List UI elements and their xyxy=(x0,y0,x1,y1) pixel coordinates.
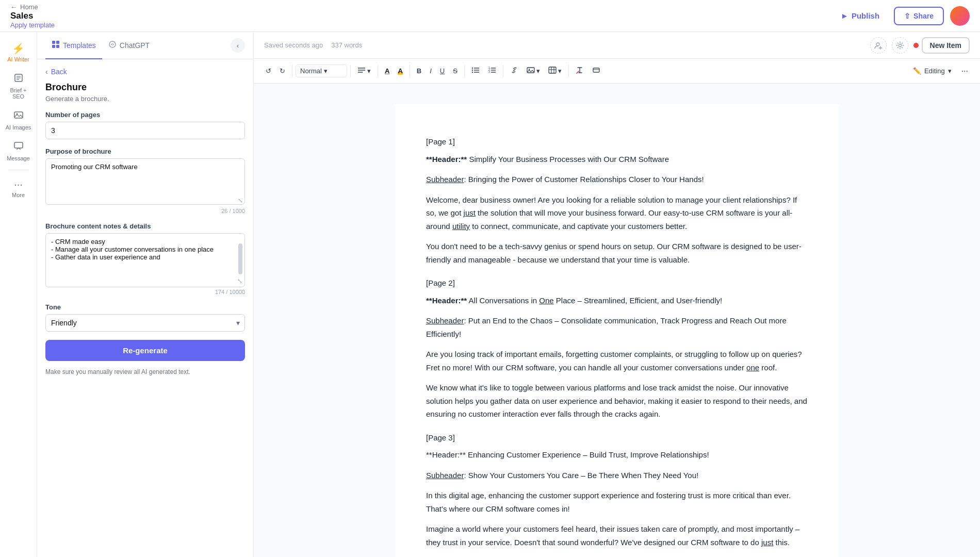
redo-button[interactable]: ↻ xyxy=(276,64,289,77)
embed-button[interactable] xyxy=(589,63,604,78)
undo-icon: ↺ xyxy=(266,67,271,75)
settings-button[interactable] xyxy=(892,37,908,54)
svg-rect-33 xyxy=(549,67,556,73)
svg-point-12 xyxy=(876,43,879,46)
underline-button[interactable]: U xyxy=(436,64,448,77)
panel-collapse-button[interactable]: ‹ xyxy=(231,38,245,53)
brief-icon xyxy=(13,73,24,86)
strikethrough-icon: S xyxy=(453,67,458,75)
section-desc: Generate a brochure. xyxy=(45,95,245,103)
tab-chatgpt[interactable]: ChatGPT xyxy=(102,32,156,59)
purpose-group: Purpose of brochure Promoting our CRM so… xyxy=(45,148,245,214)
back-arrow-icon: ← xyxy=(10,3,17,11)
table-chevron: ▾ xyxy=(558,67,562,75)
home-back-button[interactable]: ← Home xyxy=(10,3,832,11)
strikethrough-button[interactable]: S xyxy=(449,64,461,77)
page3-subheader-label: Subheader xyxy=(426,471,464,480)
purpose-textarea-wrapper: Promoting our CRM software ⤡ xyxy=(45,158,245,206)
font-style-chevron: ▾ xyxy=(324,67,328,75)
tab-templates[interactable]: Templates xyxy=(45,32,102,59)
bold-button[interactable]: B xyxy=(413,64,425,77)
content-scroll[interactable]: [Page 1] **Header:** Simplify Your Busin… xyxy=(254,84,980,557)
editor-topbar-right: New Item xyxy=(870,37,970,54)
one-underline-2: one xyxy=(746,363,759,372)
italic-button[interactable]: I xyxy=(426,64,435,77)
svg-point-11 xyxy=(109,41,116,47)
num-pages-input[interactable] xyxy=(45,122,245,139)
more-options-button[interactable]: ··· xyxy=(958,64,972,78)
publish-label: Publish xyxy=(852,11,879,20)
notes-resize-icon: ⤡ xyxy=(237,277,242,285)
tab-templates-label: Templates xyxy=(63,41,96,50)
text-color-button[interactable]: A xyxy=(381,64,393,77)
separator-3 xyxy=(378,65,378,77)
bullet-list-button[interactable] xyxy=(468,63,483,78)
panel-back-button[interactable]: ‹ Back xyxy=(45,68,245,76)
svg-point-15 xyxy=(899,44,901,46)
share-button[interactable]: ⇧ Share xyxy=(894,7,944,25)
new-item-button[interactable]: New Item xyxy=(922,37,970,54)
templates-icon xyxy=(52,40,60,50)
add-user-icon xyxy=(874,41,883,50)
tone-select[interactable]: Friendly Professional Casual Formal xyxy=(45,314,245,332)
panel-tabs: Templates ChatGPT ‹ xyxy=(37,32,253,59)
publish-icon: ► xyxy=(841,11,848,20)
tone-label: Tone xyxy=(45,303,245,311)
sidebar-item-brief-seo[interactable]: Brief + SEO xyxy=(3,69,34,104)
undo-button[interactable]: ↺ xyxy=(262,64,275,77)
image-toolbar-icon xyxy=(527,66,535,76)
back-label: Back xyxy=(51,68,67,76)
clear-format-icon xyxy=(576,66,584,76)
redo-icon: ↻ xyxy=(280,67,285,75)
sidebar-item-ai-images[interactable]: AI Images xyxy=(3,106,34,135)
tab-chatgpt-label: ChatGPT xyxy=(120,41,150,50)
sidebar-divider xyxy=(8,170,29,170)
highlight-button[interactable]: A xyxy=(394,64,406,77)
sidebar-item-more[interactable]: ··· More xyxy=(3,174,34,202)
new-item-container: New Item xyxy=(913,37,970,54)
sidebar-item-ai-writer[interactable]: ⚡ AI Writer xyxy=(3,38,34,67)
align-button[interactable]: ▾ xyxy=(354,63,374,78)
page3-marker: [Page 3] xyxy=(426,431,808,445)
avatar[interactable] xyxy=(950,6,970,26)
ordered-list-icon: 1. 2. 3. xyxy=(488,66,496,76)
apply-template-link[interactable]: Apply template xyxy=(10,21,832,29)
align-icon xyxy=(357,66,366,76)
table-button[interactable]: ▾ xyxy=(545,63,565,78)
svg-text:3.: 3. xyxy=(488,70,491,73)
page3-header: **Header:** Enhancing Customer Experienc… xyxy=(426,448,808,462)
panel: Templates ChatGPT ‹ ‹ Back Brochure xyxy=(37,32,254,557)
page1-marker: [Page 1] xyxy=(426,135,808,149)
icon-sidebar: ⚡ AI Writer Brief + SEO xyxy=(0,32,37,557)
link-button[interactable] xyxy=(507,63,522,78)
clear-format-button[interactable] xyxy=(572,63,587,78)
image-button[interactable]: ▾ xyxy=(523,63,544,78)
regenerate-button[interactable]: Re-generate xyxy=(45,340,245,361)
top-bar-left: ← Home Sales Apply template xyxy=(10,3,832,29)
page1-header-bold: **Header:** xyxy=(426,155,467,163)
lightning-icon: ⚡ xyxy=(12,42,25,55)
publish-button[interactable]: ► Publish xyxy=(832,7,888,24)
message-icon xyxy=(13,141,24,154)
svg-point-21 xyxy=(472,72,473,73)
word-count: 337 words xyxy=(331,41,362,49)
link-icon xyxy=(510,66,518,76)
gear-icon xyxy=(896,41,904,50)
editing-button[interactable]: ✏️ Editing ▾ xyxy=(908,64,957,77)
sidebar-item-message[interactable]: Message xyxy=(3,137,34,166)
underline-icon: U xyxy=(440,67,445,75)
purpose-textarea[interactable]: Promoting our CRM software xyxy=(45,158,245,205)
add-user-button[interactable] xyxy=(870,37,887,54)
panel-content: ‹ Back Brochure Generate a brochure. Num… xyxy=(37,59,253,557)
sidebar-label-more: More xyxy=(12,192,25,198)
sidebar-label-brief-seo: Brief + SEO xyxy=(5,87,32,100)
editor-area: Saved seconds ago 337 words xyxy=(254,32,980,557)
ordered-list-button[interactable]: 1. 2. 3. xyxy=(484,63,500,78)
svg-rect-9 xyxy=(52,45,55,48)
top-bar-right: ► Publish ⇧ Share xyxy=(832,6,970,26)
notes-textarea[interactable]: - CRM made easy - Manage all your custom… xyxy=(46,234,244,285)
separator-6 xyxy=(503,65,503,77)
document-body: [Page 1] **Header:** Simplify Your Busin… xyxy=(395,104,839,557)
chevron-left-icon: ‹ xyxy=(237,42,239,50)
font-style-select[interactable]: Normal ▾ xyxy=(296,64,347,77)
